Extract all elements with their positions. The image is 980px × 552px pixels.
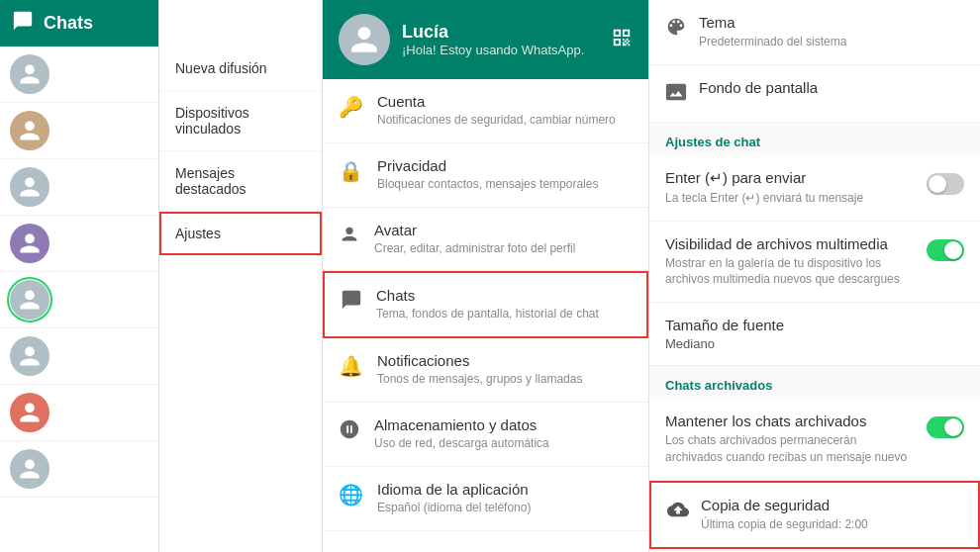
section-archivados: Chats archivados (649, 366, 980, 399)
settings-item-desc: Tema, fondos de pantalla, historial de c… (376, 306, 599, 322)
setting-title: Tamaño de fuente (665, 317, 964, 333)
setting-title: Mantener los chats archivados (665, 413, 915, 429)
cloud-icon (667, 499, 689, 525)
archived-toggle[interactable] (927, 416, 964, 438)
chat-bubble-icon (12, 10, 34, 38)
setting-desc: Predeterminado del sistema (699, 34, 964, 50)
avatar (10, 449, 49, 489)
chat-list (0, 46, 158, 552)
menu-item-nueva-difusion[interactable]: Nueva difusión (159, 46, 322, 91)
settings-item-title: Idioma de la aplicación (377, 481, 531, 498)
enter-toggle[interactable] (927, 173, 964, 195)
settings-item-desc: Bloquear contactos, mensajes temporales (377, 176, 598, 193)
list-item[interactable] (0, 272, 158, 328)
lock-icon: 🔒 (339, 159, 363, 183)
menu-item-dispositivos[interactable]: Dispositivos vinculados (159, 91, 322, 151)
menu-item-ajustes[interactable]: Ajustes (159, 212, 322, 255)
list-item[interactable] (0, 328, 158, 385)
settings-item-desc: Crear, editar, administrar foto del perf… (374, 240, 575, 257)
setting-value: Mediano (665, 336, 964, 351)
setting-desc: Los chats archivados permanecerán archiv… (665, 432, 915, 466)
setting-row-enter[interactable]: Enter (↵) para enviar La tecla Enter (↵)… (649, 155, 980, 222)
settings-item-desc: Español (idioma del teléfono) (377, 500, 531, 516)
settings-item-desc: Tonos de mensajes, grupos y llamadas (377, 371, 582, 388)
avatar (10, 111, 49, 150)
settings-item-almacenamiento[interactable]: Almacenamiento y datos Uso de red, desca… (323, 403, 648, 467)
list-item[interactable] (0, 216, 158, 272)
theme-icon (665, 16, 687, 43)
avatar (10, 224, 49, 263)
list-item[interactable] (0, 441, 158, 498)
setting-row-multimedia[interactable]: Visibilidad de archivos multimedia Mostr… (649, 222, 980, 304)
avatar (10, 336, 49, 376)
settings-item-title: Avatar (374, 222, 575, 238)
setting-desc: Mostrar en la galería de tu dispositivo … (665, 255, 915, 289)
setting-title: Visibilidad de archivos multimedia (665, 235, 915, 252)
settings-item-desc: Uso de red, descarga automática (374, 435, 549, 452)
sidebar: Chats (0, 0, 159, 552)
bell-icon: 🔔 (339, 354, 363, 378)
setting-desc: La tecla Enter (↵) enviará tu mensaje (665, 190, 915, 207)
setting-title: Tema (699, 14, 964, 31)
setting-title: Fondo de pantalla (699, 79, 964, 96)
setting-row-backup[interactable]: Copia de seguridad Última copia de segur… (649, 481, 980, 549)
dropdown-menu: Nueva difusión Dispositivos vinculados M… (159, 0, 323, 552)
settings-item-title: Chats (376, 287, 599, 304)
settings-item-notificaciones[interactable]: 🔔 Notificaciones Tonos de mensajes, grup… (323, 338, 648, 403)
settings-item-title: Privacidad (377, 157, 598, 174)
key-icon: 🔑 (339, 95, 363, 119)
settings-item-privacidad[interactable]: 🔒 Privacidad Bloquear contactos, mensaje… (323, 143, 648, 208)
profile-status: ¡Hola! Estoy usando WhatsApp. (402, 43, 599, 57)
chat-settings-panel: Tema Predeterminado del sistema Fondo de… (649, 0, 980, 552)
setting-row-fondo[interactable]: Fondo de pantalla (649, 65, 980, 123)
profile-name: Lucía (402, 22, 599, 43)
settings-item-title: Almacenamiento y datos (374, 416, 549, 433)
sidebar-header: Chats (0, 0, 158, 46)
svg-point-0 (345, 227, 352, 233)
menu-item-mensajes-destacados[interactable]: Mensajes destacados (159, 151, 322, 212)
avatar-icon (339, 224, 360, 250)
settings-profile[interactable]: Lucía ¡Hola! Estoy usando WhatsApp. (323, 0, 648, 79)
setting-row-fuente[interactable]: Tamaño de fuente Mediano (649, 303, 980, 366)
setting-row-tema[interactable]: Tema Predeterminado del sistema (649, 0, 980, 65)
profile-info: Lucía ¡Hola! Estoy usando WhatsApp. (402, 22, 599, 57)
setting-title: Enter (↵) para enviar (665, 169, 915, 187)
chat-icon (341, 289, 362, 316)
profile-avatar (339, 14, 390, 65)
wallpaper-icon (665, 81, 687, 108)
settings-item-idioma[interactable]: 🌐 Idioma de la aplicación Español (idiom… (323, 467, 648, 531)
settings-item-desc: Notificaciones de seguridad, cambiar núm… (377, 112, 616, 129)
sidebar-title: Chats (44, 13, 93, 34)
qr-icon[interactable] (611, 27, 633, 53)
avatar (10, 280, 49, 320)
multimedia-toggle[interactable] (927, 239, 964, 261)
section-ajustes-chat: Ajustes de chat (649, 123, 980, 155)
settings-item-title: Cuenta (377, 93, 616, 110)
setting-row-archivados[interactable]: Mantener los chats archivados Los chats … (649, 399, 980, 481)
settings-item-cuenta[interactable]: 🔑 Cuenta Notificaciones de seguridad, ca… (323, 79, 648, 143)
storage-icon (339, 418, 360, 445)
list-item[interactable] (0, 385, 158, 441)
avatar (10, 393, 49, 432)
globe-icon: 🌐 (339, 483, 363, 506)
list-item[interactable] (0, 46, 158, 103)
list-item[interactable] (0, 159, 158, 216)
setting-desc: Última copia de seguridad: 2:00 (701, 516, 962, 533)
list-item[interactable] (0, 103, 158, 159)
avatar (10, 167, 49, 207)
settings-list: Lucía ¡Hola! Estoy usando WhatsApp. 🔑 Cu… (323, 0, 649, 552)
settings-item-avatar[interactable]: Avatar Crear, editar, administrar foto d… (323, 208, 648, 272)
setting-title: Copia de seguridad (701, 497, 962, 513)
settings-item-chats[interactable]: Chats Tema, fondos de pantalla, historia… (323, 271, 648, 338)
avatar (10, 54, 49, 94)
settings-item-title: Notificaciones (377, 352, 582, 369)
